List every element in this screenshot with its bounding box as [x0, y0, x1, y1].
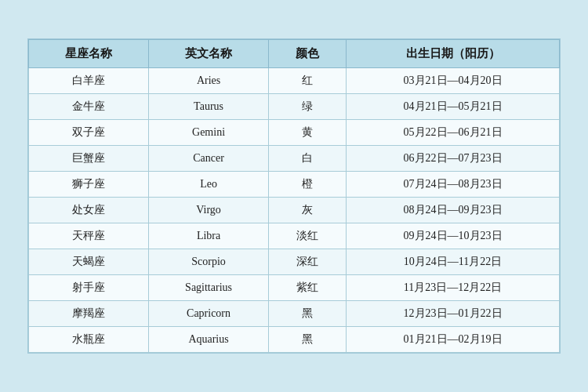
cell-dates: 06月22日—07月23日: [347, 146, 560, 172]
table-row: 白羊座Aries红03月21日—04月20日: [29, 68, 560, 94]
cell-dates: 01月21日—02月19日: [347, 327, 560, 353]
table-row: 摩羯座Capricorn黑12月23日—01月22日: [29, 301, 560, 327]
cell-english-name: Leo: [149, 172, 269, 198]
cell-english-name: Sagittarius: [149, 275, 269, 301]
cell-english-name: Scorpio: [149, 249, 269, 275]
cell-dates: 04月21日—05月21日: [347, 94, 560, 120]
table-row: 射手座Sagittarius紫红11月23日—12月22日: [29, 275, 560, 301]
cell-chinese-name: 天蝎座: [29, 249, 149, 275]
cell-chinese-name: 金牛座: [29, 94, 149, 120]
cell-chinese-name: 双子座: [29, 120, 149, 146]
cell-dates: 07月24日—08月23日: [347, 172, 560, 198]
cell-chinese-name: 处女座: [29, 198, 149, 223]
cell-chinese-name: 射手座: [29, 275, 149, 301]
header-chinese-name: 星座名称: [29, 40, 149, 68]
table-row: 巨蟹座Cancer白06月22日—07月23日: [29, 146, 560, 172]
cell-color: 橙: [269, 172, 347, 198]
cell-chinese-name: 天秤座: [29, 223, 149, 249]
cell-english-name: Aquarius: [149, 327, 269, 353]
cell-color: 灰: [269, 198, 347, 223]
table-row: 双子座Gemini黄05月22日—06月21日: [29, 120, 560, 146]
cell-dates: 09月24日—10月23日: [347, 223, 560, 249]
cell-english-name: Gemini: [149, 120, 269, 146]
cell-color: 淡红: [269, 223, 347, 249]
cell-chinese-name: 巨蟹座: [29, 146, 149, 172]
cell-color: 白: [269, 146, 347, 172]
cell-dates: 10月24日—11月22日: [347, 249, 560, 275]
cell-color: 黄: [269, 120, 347, 146]
header-english-name: 英文名称: [149, 40, 269, 68]
cell-english-name: Taurus: [149, 94, 269, 120]
table-row: 天蝎座Scorpio深红10月24日—11月22日: [29, 249, 560, 275]
table-header-row: 星座名称 英文名称 颜色 出生日期（阳历）: [29, 40, 560, 68]
cell-english-name: Capricorn: [149, 301, 269, 327]
cell-chinese-name: 水瓶座: [29, 327, 149, 353]
cell-color: 黑: [269, 327, 347, 353]
table-row: 天秤座Libra淡红09月24日—10月23日: [29, 223, 560, 249]
cell-dates: 08月24日—09月23日: [347, 198, 560, 223]
cell-english-name: Aries: [149, 68, 269, 94]
cell-dates: 05月22日—06月21日: [347, 120, 560, 146]
cell-chinese-name: 摩羯座: [29, 301, 149, 327]
cell-english-name: Cancer: [149, 146, 269, 172]
zodiac-table: 星座名称 英文名称 颜色 出生日期（阳历） 白羊座Aries红03月21日—04…: [28, 39, 560, 353]
table-row: 金牛座Taurus绿04月21日—05月21日: [29, 94, 560, 120]
cell-chinese-name: 狮子座: [29, 172, 149, 198]
table-row: 狮子座Leo橙07月24日—08月23日: [29, 172, 560, 198]
cell-color: 黑: [269, 301, 347, 327]
header-dates: 出生日期（阳历）: [347, 40, 560, 68]
cell-color: 深红: [269, 249, 347, 275]
cell-dates: 12月23日—01月22日: [347, 301, 560, 327]
cell-color: 红: [269, 68, 347, 94]
cell-dates: 11月23日—12月22日: [347, 275, 560, 301]
cell-dates: 03月21日—04月20日: [347, 68, 560, 94]
zodiac-table-container: 星座名称 英文名称 颜色 出生日期（阳历） 白羊座Aries红03月21日—04…: [27, 38, 561, 354]
cell-color: 紫红: [269, 275, 347, 301]
header-color: 颜色: [269, 40, 347, 68]
table-row: 处女座Virgo灰08月24日—09月23日: [29, 198, 560, 223]
cell-english-name: Virgo: [149, 198, 269, 223]
cell-english-name: Libra: [149, 223, 269, 249]
cell-chinese-name: 白羊座: [29, 68, 149, 94]
table-row: 水瓶座Aquarius黑01月21日—02月19日: [29, 327, 560, 353]
cell-color: 绿: [269, 94, 347, 120]
table-body: 白羊座Aries红03月21日—04月20日金牛座Taurus绿04月21日—0…: [29, 68, 560, 353]
